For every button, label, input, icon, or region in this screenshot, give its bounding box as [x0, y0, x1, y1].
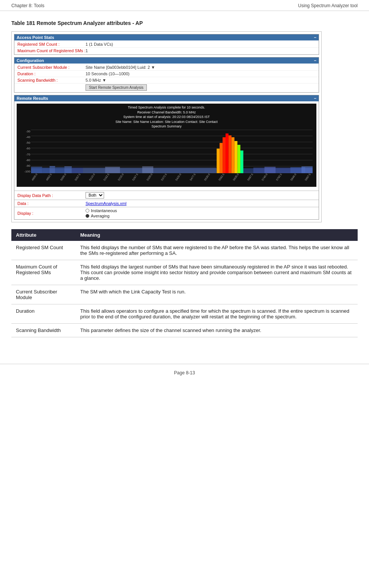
data-file-link[interactable]: SpectrumAnalysis.xml	[86, 201, 126, 206]
attribute-meaning: This field displays the number of SMs th…	[76, 241, 358, 260]
radio-instantaneous[interactable]: Instantaneous	[86, 208, 117, 213]
attribute-meaning: This field allows operators to configure…	[76, 304, 358, 324]
svg-rect-17	[105, 167, 120, 173]
spectrum-bars-svg	[31, 130, 313, 173]
svg-rect-12	[240, 150, 243, 173]
radio-instantaneous-circle	[86, 209, 89, 213]
svg-rect-22	[302, 166, 313, 173]
table-row: DurationThis field allows operators to c…	[11, 304, 358, 324]
attribute-meaning: The SM with which the Link Capacity Test…	[76, 285, 358, 304]
y-axis: -30 -40 -50 -60 -70 -80 -90 -100	[17, 130, 30, 173]
page-footer: Page 8-13	[0, 364, 369, 382]
radio-averaging-label: Averaging	[91, 214, 109, 218]
page-number: Page 8-13	[174, 370, 195, 375]
svg-rect-8	[229, 135, 232, 173]
table-row: Current Subscriber ModuleThe SM with whi…	[11, 285, 358, 304]
radio-averaging[interactable]: Averaging	[86, 214, 117, 218]
svg-rect-5	[64, 166, 72, 173]
table-row: Scanning BandwidthThis parameter defines…	[11, 324, 358, 337]
access-point-stats-header: Access Point Stats −	[14, 34, 319, 40]
table-row: Registered SM CountThis field displays t…	[11, 241, 358, 260]
main-content: Table 181 Remote Spectrum Analyzer attri…	[0, 11, 369, 352]
access-point-stats-body: Registered SM Count : 1 (1 Data VCs) Max…	[14, 40, 319, 54]
display-data-path-select[interactable]: Both TX RX	[86, 192, 104, 199]
spectrum-header-text: Timed Spectrum Analysis complete for 10 …	[17, 104, 316, 130]
table-title: Table 181 Remote Spectrum Analyzer attri…	[11, 20, 358, 26]
panel-row: Start Remote Spectrum Analysis	[14, 84, 319, 92]
svg-rect-9	[232, 137, 235, 173]
start-analysis-button[interactable]: Start Remote Spectrum Analysis	[86, 84, 147, 91]
header-left: Chapter 8: Tools	[11, 3, 44, 8]
table-row: Maximum Count of Registered SMsThis fiel…	[11, 260, 358, 285]
header-right: Using Spectrum Analyzer tool	[298, 3, 358, 8]
table-title-text: Remote Spectrum Analyzer attributes - AP	[35, 20, 143, 26]
attribute-name: Maximum Count of Registered SMs	[11, 260, 76, 285]
attribute-name: Registered SM Count	[11, 241, 76, 260]
attribute-name: Scanning Bandwidth	[11, 324, 76, 337]
attribute-meaning: This field displays the largest number o…	[76, 260, 358, 285]
col-header-attribute: Attribute	[11, 229, 76, 241]
attribute-name: Duration	[11, 304, 76, 324]
display-radio-row: Display : Instantaneous Averaging	[14, 207, 319, 219]
radio-averaging-circle	[86, 214, 89, 218]
svg-rect-11	[237, 145, 240, 173]
svg-rect-4	[55, 167, 64, 173]
svg-rect-18	[142, 166, 153, 173]
table-header-row: Attribute Meaning	[11, 229, 358, 241]
svg-rect-6	[72, 168, 83, 173]
configuration-section: Configuration − Current Subscriber Modul…	[14, 57, 319, 93]
svg-rect-3	[50, 166, 55, 173]
access-point-stats-section: Access Point Stats − Registered SM Count…	[14, 34, 319, 55]
attribute-name: Current Subscriber Module	[11, 285, 76, 304]
page-header: Chapter 8: Tools Using Spectrum Analyzer…	[0, 0, 369, 11]
configuration-body: Current Subscriber Module : Site Name [0…	[14, 64, 319, 92]
svg-rect-20	[265, 167, 276, 173]
attributes-table: Attribute Meaning Registered SM CountThi…	[11, 229, 358, 337]
display-options-label: Display :	[17, 211, 86, 216]
x-axis: 4800.0 4852.5 5005.0 5057.5 5110.0 5162.…	[31, 180, 313, 186]
configuration-header: Configuration −	[14, 57, 319, 64]
remote-results-section: Remote Results − Timed Spectrum Analysis…	[14, 95, 319, 220]
panel-row: Scanning Bandwidth : 5.0 MHz ▼	[14, 77, 319, 84]
svg-rect-14	[220, 143, 223, 173]
radio-instantaneous-label: Instantaneous	[91, 208, 117, 213]
panel-row: Current Subscriber Module : Site Name [0…	[14, 64, 319, 71]
display-radio-group: Instantaneous Averaging	[86, 208, 117, 218]
spectrum-graph-area: -30 -40 -50 -60 -70 -80 -90 -100	[31, 130, 313, 179]
svg-rect-10	[234, 141, 237, 173]
display-data-path-label: Display Data Path :	[17, 193, 86, 198]
svg-rect-15	[216, 149, 220, 173]
remote-results-header: Remote Results −	[14, 95, 319, 101]
svg-rect-1	[31, 167, 42, 173]
panel-row: Maximum Count of Registered SMs : 1	[14, 48, 319, 54]
svg-rect-13	[223, 137, 226, 173]
data-row: Data : SpectrumAnalysis.xml	[14, 200, 319, 207]
svg-rect-2	[42, 168, 50, 173]
screenshot-panel: Access Point Stats − Registered SM Count…	[11, 31, 322, 222]
spectrum-chart: Timed Spectrum Analysis complete for 10 …	[17, 104, 316, 187]
panel-row: Registered SM Count : 1 (1 Data VCs)	[14, 41, 319, 48]
col-header-meaning: Meaning	[76, 229, 358, 241]
attribute-meaning: This parameter defines the size of the c…	[76, 324, 358, 337]
panel-row: Duration : 10 Seconds (10—1000)	[14, 71, 319, 77]
svg-rect-7	[226, 133, 229, 173]
display-data-path-row: Display Data Path : Both TX RX	[14, 191, 319, 200]
table-title-label: Table 181	[11, 20, 35, 26]
data-label: Data :	[17, 201, 86, 206]
